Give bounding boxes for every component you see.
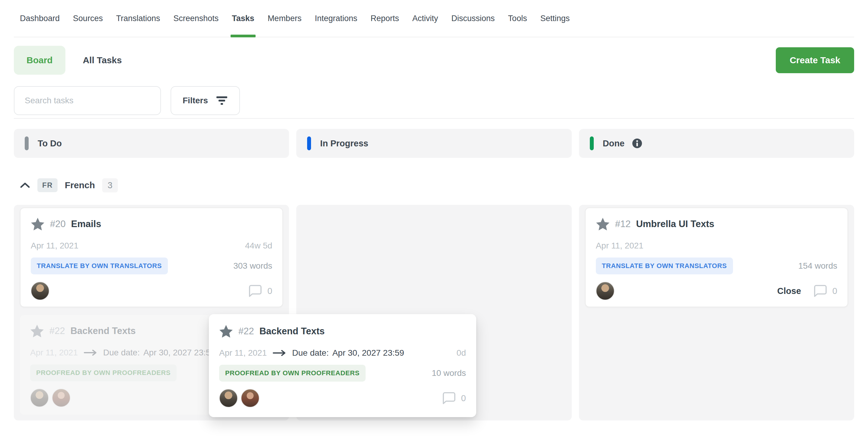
create-task-button[interactable]: Create Task xyxy=(776,47,854,73)
card-footer: 0 xyxy=(219,389,466,407)
due-date-value: Apr 30, 2027 23:59 xyxy=(144,348,215,358)
avatar xyxy=(219,389,238,407)
nav-item-activity[interactable]: Activity xyxy=(406,0,445,37)
star-icon[interactable] xyxy=(219,325,233,338)
nav-item-tools[interactable]: Tools xyxy=(501,0,534,37)
column-header-label: In Progress xyxy=(320,138,368,148)
card-tag-row: TRANSLATE BY OWN TRANSLATORS 303 words xyxy=(31,258,272,274)
top-navigation: Dashboard Sources Translations Screensho… xyxy=(14,0,854,37)
card-title-row: #22 Backend Texts xyxy=(219,324,466,338)
comment-count: 0 xyxy=(461,393,466,403)
task-type-tag: PROOFREAD BY OWN PROOFREADERS xyxy=(219,365,366,381)
assignee-avatars xyxy=(219,389,259,407)
section-divider xyxy=(14,118,854,119)
star-icon[interactable] xyxy=(31,217,44,231)
task-card-umbrella[interactable]: #12 Umbrella UI Texts Apr 11, 2021 TRANS… xyxy=(585,207,848,307)
column-header-label: To Do xyxy=(38,138,62,148)
task-type-tag: TRANSLATE BY OWN TRANSLATORS xyxy=(31,258,168,274)
task-time-left: 44w 5d xyxy=(245,241,272,250)
nav-item-translations[interactable]: Translations xyxy=(110,0,167,37)
nav-item-members[interactable]: Members xyxy=(261,0,308,37)
view-toggle-row: Board All Tasks Create Task xyxy=(14,45,854,75)
language-group-row: FR French 3 xyxy=(20,177,118,193)
column-headers: To Do In Progress Done xyxy=(14,129,854,158)
task-count-badge: 3 xyxy=(102,178,118,193)
arrow-right-icon xyxy=(84,349,97,356)
speech-bubble-icon xyxy=(248,284,262,298)
task-time-left: 0d xyxy=(457,348,466,358)
nav-item-dashboard[interactable]: Dashboard xyxy=(14,0,66,37)
card-tag-row: PROOFREAD BY OWN PROOFREADERS 10 words xyxy=(219,365,466,381)
avatar xyxy=(241,389,259,407)
filter-lines-icon xyxy=(216,96,228,106)
task-type-tag: PROOFREAD BY OWN PROOFREADERS xyxy=(30,364,177,381)
card-meta-row: Apr 11, 2021 Due date: Apr 30, 2027 23:5… xyxy=(219,348,466,358)
card-meta-row: Apr 11, 2021 xyxy=(596,241,837,251)
star-icon[interactable] xyxy=(596,217,610,231)
column-header-todo: To Do xyxy=(14,129,289,158)
task-date: Apr 11, 2021 xyxy=(219,348,267,358)
assignee-avatars xyxy=(596,281,615,300)
language-name: French xyxy=(65,180,95,190)
task-card-emails[interactable]: #20 Emails Apr 11, 2021 44w 5d TRANSLATE… xyxy=(20,207,283,307)
task-id: #22 xyxy=(239,326,254,337)
tab-all-tasks[interactable]: All Tasks xyxy=(83,55,122,65)
language-code-badge: FR xyxy=(37,178,58,192)
avatar xyxy=(596,281,615,300)
due-date-value: Apr 30, 2027 23:59 xyxy=(333,348,404,358)
task-date: Apr 11, 2021 xyxy=(31,241,79,250)
task-date: Apr 11, 2021 xyxy=(30,348,78,358)
avatar xyxy=(30,389,49,407)
task-title: Backend Texts xyxy=(259,326,325,337)
card-title-row: #20 Emails xyxy=(31,217,272,231)
filters-button[interactable]: Filters xyxy=(170,86,240,115)
comment-count: 0 xyxy=(832,286,837,296)
task-date: Apr 11, 2021 xyxy=(596,241,644,250)
column-done: #12 Umbrella UI Texts Apr 11, 2021 TRANS… xyxy=(579,205,854,421)
comment-count: 0 xyxy=(267,286,272,296)
column-header-in-progress: In Progress xyxy=(296,129,571,158)
task-word-count: 154 words xyxy=(798,261,837,271)
nav-item-screenshots[interactable]: Screenshots xyxy=(167,0,225,37)
tab-board[interactable]: Board xyxy=(14,46,65,75)
nav-item-sources[interactable]: Sources xyxy=(66,0,110,37)
info-circle-icon[interactable] xyxy=(632,138,643,149)
in-progress-status-bar xyxy=(307,136,311,150)
assignee-avatars xyxy=(31,281,50,300)
task-word-count: 303 words xyxy=(233,261,272,271)
filter-row: Filters xyxy=(14,86,240,115)
search-input[interactable] xyxy=(14,86,161,115)
nav-item-tasks[interactable]: Tasks xyxy=(225,0,261,37)
task-id: #20 xyxy=(50,218,66,230)
chevron-up-icon[interactable] xyxy=(20,182,30,188)
due-date-label: Due date: xyxy=(103,348,140,358)
comments-control[interactable]: 0 xyxy=(248,284,272,298)
avatar xyxy=(31,281,50,300)
due-date-label: Due date: xyxy=(292,348,329,358)
star-icon xyxy=(30,324,44,338)
column-header-done: Done xyxy=(579,129,854,158)
nav-item-discussions[interactable]: Discussions xyxy=(445,0,501,37)
todo-status-bar xyxy=(25,136,29,150)
task-id: #12 xyxy=(615,218,631,230)
task-title: Emails xyxy=(71,218,101,230)
card-footer-actions: Close 0 xyxy=(777,284,837,298)
speech-bubble-icon[interactable] xyxy=(813,284,827,298)
tasks-board-page: Dashboard Sources Translations Screensho… xyxy=(0,0,868,437)
task-title: Umbrella UI Texts xyxy=(636,218,714,230)
nav-item-settings[interactable]: Settings xyxy=(534,0,577,37)
task-title: Backend Texts xyxy=(70,326,136,336)
card-tag-row: TRANSLATE BY OWN TRANSLATORS 154 words xyxy=(596,258,837,274)
speech-bubble-icon xyxy=(442,392,456,405)
done-status-bar xyxy=(590,136,594,150)
nav-item-reports[interactable]: Reports xyxy=(364,0,406,37)
card-footer: Close 0 xyxy=(596,281,837,300)
comments-control[interactable]: 0 xyxy=(442,392,466,405)
arrow-right-icon xyxy=(273,349,286,357)
card-footer: 0 xyxy=(31,281,272,300)
close-task-link[interactable]: Close xyxy=(777,286,801,296)
filters-button-label: Filters xyxy=(183,96,208,105)
column-header-label: Done xyxy=(603,138,625,148)
nav-item-integrations[interactable]: Integrations xyxy=(308,0,364,37)
task-card-backend-dragging[interactable]: #22 Backend Texts Apr 11, 2021 Due date:… xyxy=(209,314,476,417)
